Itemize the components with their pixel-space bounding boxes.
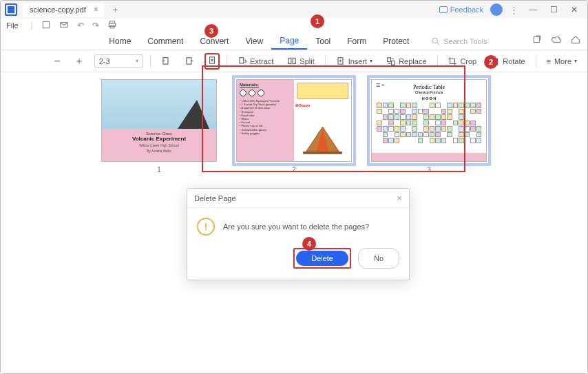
extract-button[interactable]: Extract	[234, 54, 277, 68]
menu-page[interactable]: Page	[271, 33, 307, 50]
file-menu[interactable]: File	[6, 21, 19, 30]
tab-close-icon[interactable]: ×	[94, 5, 98, 14]
home-icon[interactable]	[571, 35, 580, 47]
svg-point-5	[433, 38, 438, 43]
minimize-button[interactable]: ―	[523, 3, 543, 17]
share-icon[interactable]	[532, 35, 542, 47]
svg-rect-21	[303, 152, 342, 154]
periodic-sub: Chemical Formula	[375, 90, 483, 94]
crop-button[interactable]: Crop	[444, 54, 480, 68]
extract-label: Extract	[250, 57, 273, 65]
replace-button[interactable]: Replace	[383, 54, 430, 68]
page-thumb-2[interactable]: Materials: • 120ml 10% Hydrogen Peroxide…	[236, 79, 352, 162]
svg-rect-4	[110, 25, 114, 28]
kebab-menu-icon[interactable]: ⋮	[505, 5, 523, 15]
new-tab-button[interactable]: ＋	[111, 3, 120, 16]
feedback-label: Feedback	[450, 6, 483, 14]
zoom-out-button[interactable]: −	[50, 53, 63, 70]
svg-rect-13	[288, 58, 291, 63]
zoom-in-button[interactable]: ＋	[71, 53, 87, 70]
undo-icon[interactable]: ↶	[77, 21, 84, 30]
periodic-hooh: H-O-O-H	[375, 96, 483, 101]
periodic-grid	[377, 103, 481, 143]
close-window-button[interactable]: ✕	[564, 3, 585, 17]
chevron-down-icon: ▾	[136, 58, 138, 64]
chevron-down-icon: ▾	[574, 58, 577, 64]
menu-protect[interactable]: Protect	[375, 34, 417, 49]
menu-comment[interactable]: Comment	[139, 34, 191, 49]
user-avatar[interactable]	[490, 3, 503, 16]
no-button[interactable]: No	[358, 248, 399, 269]
mail-icon[interactable]	[59, 20, 69, 32]
separator	[437, 55, 438, 67]
titlebar: science-copy.pdf × ＋ Feedback ⋮ ― ☐ ✕	[1, 1, 587, 19]
insert-label: Insert	[348, 57, 368, 65]
menu-form[interactable]: Form	[339, 34, 375, 49]
warning-icon: !	[197, 218, 215, 236]
svg-rect-0	[43, 21, 49, 28]
rotate-label: Rotate	[503, 57, 525, 65]
separator	[536, 55, 536, 67]
materials-title: Materials:	[240, 83, 291, 87]
app-logo-icon	[5, 3, 17, 16]
separator	[227, 55, 227, 67]
delete-page-button[interactable]	[204, 53, 220, 70]
separator	[150, 55, 151, 67]
redo-icon[interactable]: ↷	[92, 21, 99, 30]
divider: |	[31, 21, 33, 30]
more-button[interactable]: ≡ More ▾	[543, 55, 580, 67]
menu-view[interactable]: View	[237, 34, 271, 49]
delete-page-dialog: Delete Page × ! Are you sure you want to…	[187, 188, 410, 280]
boom-text: BOoom	[295, 103, 311, 107]
materials-list: • 120ml 10% Hydrogen Peroxide • 1 Sachet…	[240, 99, 291, 135]
menu-right-icons	[532, 35, 580, 47]
dialog-title: Delete Page	[194, 194, 236, 202]
replace-label: Replace	[399, 57, 426, 65]
more-icon: ≡	[547, 57, 552, 65]
page-thumb-3[interactable]: ☰ ≡ Periodic Table Chemical Formula H-O-…	[371, 79, 487, 162]
page1-title: Volcanic Experiment	[102, 136, 216, 142]
svg-rect-16	[388, 57, 391, 61]
note-card	[297, 83, 348, 99]
delete-button-highlight: Delete	[293, 248, 351, 269]
page1-number: 1	[157, 166, 161, 174]
search-tools[interactable]: Search Tools	[431, 37, 487, 46]
feedback-link[interactable]: Feedback	[439, 6, 483, 14]
page1-sub1: Willow Creek High School	[102, 143, 216, 147]
menu-home[interactable]: Home	[101, 34, 139, 49]
page-thumb-1[interactable]: Science Class Volcanic Experiment Willow…	[101, 79, 217, 162]
dialog-close-icon[interactable]: ×	[397, 193, 402, 203]
page-range-input[interactable]: 2-3 ▾	[94, 54, 144, 68]
svg-rect-14	[293, 58, 296, 63]
more-label: More	[554, 57, 571, 65]
page1-sub2: By Amelia Wells	[102, 149, 216, 153]
page-range-value: 2-3	[99, 57, 110, 65]
chevron-down-icon: ▾	[370, 58, 372, 64]
page-thumb-3-cell: ☰ ≡ Periodic Table Chemical Formula H-O-…	[371, 79, 487, 174]
volcano-diagram-icon	[301, 123, 344, 157]
callout-4: 4	[302, 237, 316, 251]
delete-button[interactable]: Delete	[296, 251, 348, 266]
window-controls: ― ☐ ✕	[523, 3, 585, 17]
insert-page-after-icon[interactable]	[181, 54, 198, 68]
save-icon[interactable]	[41, 20, 51, 32]
split-label: Split	[300, 57, 314, 65]
maximize-button[interactable]: ☐	[543, 3, 564, 17]
tab-label: science-copy.pdf	[30, 6, 86, 14]
page2-number: 2	[292, 166, 296, 174]
cloud-icon[interactable]	[552, 35, 561, 47]
menu-tool[interactable]: Tool	[307, 34, 339, 49]
document-tab[interactable]: science-copy.pdf ×	[23, 2, 104, 17]
svg-rect-17	[392, 61, 395, 65]
app-window: science-copy.pdf × ＋ Feedback ⋮ ― ☐ ✕ Fi…	[0, 0, 588, 374]
dialog-message: Are you sure you want to delete the page…	[223, 222, 369, 231]
periodic-title: Periodic Table	[375, 84, 483, 90]
split-button[interactable]: Split	[284, 54, 317, 68]
menu-icon: ☰ ≡	[376, 83, 384, 88]
print-icon[interactable]	[107, 20, 117, 32]
insert-page-before-icon[interactable]	[158, 54, 174, 68]
page3-number: 3	[427, 166, 431, 174]
svg-rect-12	[240, 57, 244, 63]
feedback-icon	[439, 6, 448, 13]
insert-button[interactable]: Insert ▾	[333, 54, 377, 68]
